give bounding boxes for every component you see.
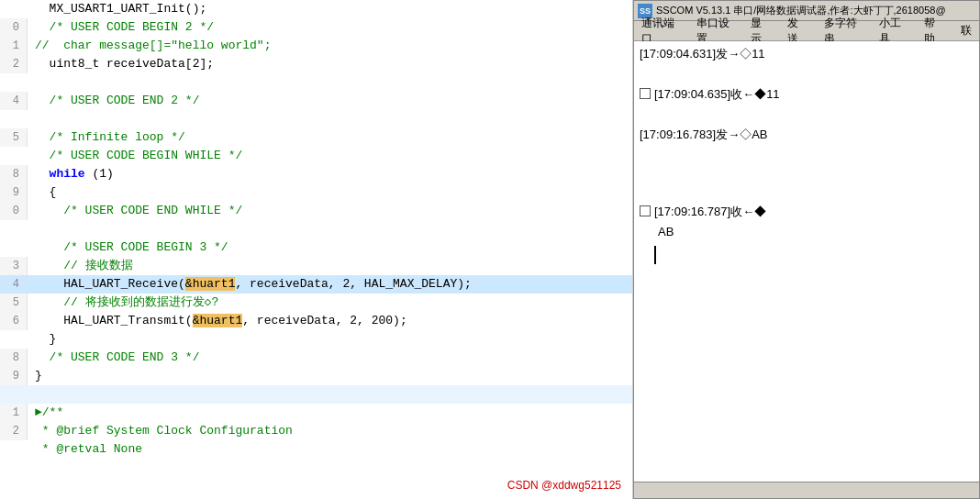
sscom-terminal-panel: SS SSCOM V5.13.1 串口/网络数据调试器,作者:大虾丁丁,2618… xyxy=(633,0,980,499)
code-content[interactable]: MX_USART1_UART_Init(); 0 /* USER CODE BE… xyxy=(0,0,632,499)
code-line-highlight xyxy=(0,385,632,404)
code-line-huart-transmit: 6 HAL_UART_Transmit(&huart1, receiveData… xyxy=(0,312,632,330)
code-line: } xyxy=(0,330,632,349)
code-line: 2 uint8_t receiveData[2]; xyxy=(0,55,632,73)
timestamp-1: [17:09:04.631]发→◇11 xyxy=(640,45,765,63)
code-line: 8 while (1) xyxy=(0,165,632,183)
code-line xyxy=(0,220,632,238)
code-line: 9 } xyxy=(0,367,632,385)
code-line-huart-receive: 4 HAL_UART_Receive(&huart1, receiveData,… xyxy=(0,275,632,294)
code-line: 2 * @brief System Clock Configuration xyxy=(0,422,632,440)
terminal-send-1: [17:09:04.631]发→◇11 xyxy=(640,45,974,63)
recv-checkbox-2[interactable] xyxy=(640,205,651,216)
code-line: 5 // 将接收到的数据进行发◇? xyxy=(0,294,632,312)
terminal-cursor xyxy=(654,246,656,264)
code-line: 5 /* Infinite loop */ xyxy=(0,128,632,147)
code-line: 0 /* USER CODE BEGIN 2 */ xyxy=(0,18,632,37)
code-line: 9 { xyxy=(0,183,632,202)
code-line: 1 // char message[]="hello world"; xyxy=(0,37,632,55)
sscom-menubar[interactable]: 通讯端口 串口设置 显示 发送 多字符串 小工具 帮助 联 xyxy=(634,21,979,41)
timestamp-4: [17:09:16.787]收←◆ xyxy=(654,203,766,221)
terminal-recv-2: [17:09:16.787]收←◆ xyxy=(640,203,974,221)
code-editor-panel: MX_USART1_UART_Init(); 0 /* USER CODE BE… xyxy=(0,0,633,499)
menu-more[interactable]: 联 xyxy=(957,21,975,40)
terminal-recv-2-data: AB xyxy=(640,225,974,238)
code-line: /* USER CODE BEGIN 3 */ xyxy=(0,238,632,257)
csdn-watermark: CSDN @xddwg521125 xyxy=(507,479,621,492)
terminal-recv-1: [17:09:04.635]收←◆11 xyxy=(640,85,974,104)
timestamp-2: [17:09:04.635]收←◆11 xyxy=(654,85,780,104)
code-line: 8 /* USER CODE END 3 */ xyxy=(0,349,632,367)
sscom-terminal-content[interactable]: [17:09:04.631]发→◇11 [17:09:04.635]收←◆11 … xyxy=(634,41,979,482)
code-line-collapsed: 1 ►/** xyxy=(0,404,632,422)
code-line: 3 // 接收数据 xyxy=(0,257,632,275)
recv-checkbox-1[interactable] xyxy=(640,88,651,99)
code-line: * @retval None xyxy=(0,440,632,459)
code-line xyxy=(0,73,632,92)
timestamp-3: [17:09:16.783]发→◇AB xyxy=(640,126,767,144)
code-line: 4 /* USER CODE END 2 */ xyxy=(0,92,632,110)
code-line: MX_USART1_UART_Init(); xyxy=(0,0,632,18)
code-line: 0 /* USER CODE END WHILE */ xyxy=(0,202,632,220)
code-line: /* USER CODE BEGIN WHILE */ xyxy=(0,147,632,165)
sscom-statusbar xyxy=(634,482,979,498)
terminal-send-2: [17:09:16.783]发→◇AB xyxy=(640,126,974,144)
code-line xyxy=(0,110,632,128)
